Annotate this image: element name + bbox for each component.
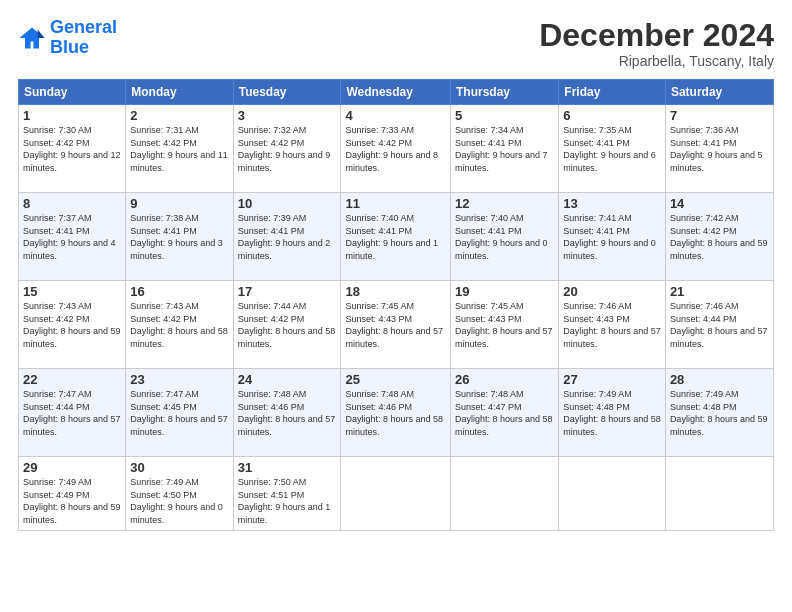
title-block: December 2024 Riparbella, Tuscany, Italy [539, 18, 774, 69]
col-saturday: Saturday [665, 80, 773, 105]
day-28: 28 Sunrise: 7:49 AMSunset: 4:48 PMDaylig… [665, 369, 773, 457]
col-tuesday: Tuesday [233, 80, 341, 105]
day-9: 9 Sunrise: 7:38 AMSunset: 4:41 PMDayligh… [126, 193, 233, 281]
col-wednesday: Wednesday [341, 80, 451, 105]
day-27: 27 Sunrise: 7:49 AMSunset: 4:48 PMDaylig… [559, 369, 666, 457]
day-22: 22 Sunrise: 7:47 AMSunset: 4:44 PMDaylig… [19, 369, 126, 457]
week-5: 29 Sunrise: 7:49 AMSunset: 4:49 PMDaylig… [19, 457, 774, 530]
day-15: 15 Sunrise: 7:43 AMSunset: 4:42 PMDaylig… [19, 281, 126, 369]
day-7: 7 Sunrise: 7:36 AMSunset: 4:41 PMDayligh… [665, 105, 773, 193]
col-thursday: Thursday [451, 80, 559, 105]
logo-text: General Blue [50, 18, 117, 58]
day-24: 24 Sunrise: 7:48 AMSunset: 4:46 PMDaylig… [233, 369, 341, 457]
week-1: 1 Sunrise: 7:30 AMSunset: 4:42 PMDayligh… [19, 105, 774, 193]
day-5: 5 Sunrise: 7:34 AMSunset: 4:41 PMDayligh… [451, 105, 559, 193]
day-10: 10 Sunrise: 7:39 AMSunset: 4:41 PMDaylig… [233, 193, 341, 281]
empty-4 [665, 457, 773, 530]
day-19: 19 Sunrise: 7:45 AMSunset: 4:43 PMDaylig… [451, 281, 559, 369]
day-31: 31 Sunrise: 7:50 AMSunset: 4:51 PMDaylig… [233, 457, 341, 530]
location: Riparbella, Tuscany, Italy [539, 53, 774, 69]
svg-marker-1 [38, 29, 45, 37]
logo-icon [18, 24, 46, 52]
logo-general: General [50, 17, 117, 37]
day-26: 26 Sunrise: 7:48 AMSunset: 4:47 PMDaylig… [451, 369, 559, 457]
day-8: 8 Sunrise: 7:37 AMSunset: 4:41 PMDayligh… [19, 193, 126, 281]
day-30: 30 Sunrise: 7:49 AMSunset: 4:50 PMDaylig… [126, 457, 233, 530]
day-23: 23 Sunrise: 7:47 AMSunset: 4:45 PMDaylig… [126, 369, 233, 457]
day-14: 14 Sunrise: 7:42 AMSunset: 4:42 PMDaylig… [665, 193, 773, 281]
day-3: 3 Sunrise: 7:32 AMSunset: 4:42 PMDayligh… [233, 105, 341, 193]
empty-1 [341, 457, 451, 530]
day-2: 2 Sunrise: 7:31 AMSunset: 4:42 PMDayligh… [126, 105, 233, 193]
day-12: 12 Sunrise: 7:40 AMSunset: 4:41 PMDaylig… [451, 193, 559, 281]
week-3: 15 Sunrise: 7:43 AMSunset: 4:42 PMDaylig… [19, 281, 774, 369]
logo-blue: Blue [50, 37, 89, 57]
col-monday: Monday [126, 80, 233, 105]
col-friday: Friday [559, 80, 666, 105]
calendar: Sunday Monday Tuesday Wednesday Thursday… [18, 79, 774, 530]
day-25: 25 Sunrise: 7:48 AMSunset: 4:46 PMDaylig… [341, 369, 451, 457]
day-6: 6 Sunrise: 7:35 AMSunset: 4:41 PMDayligh… [559, 105, 666, 193]
week-4: 22 Sunrise: 7:47 AMSunset: 4:44 PMDaylig… [19, 369, 774, 457]
month-title: December 2024 [539, 18, 774, 53]
col-sunday: Sunday [19, 80, 126, 105]
page: General Blue December 2024 Riparbella, T… [0, 0, 792, 612]
day-11: 11 Sunrise: 7:40 AMSunset: 4:41 PMDaylig… [341, 193, 451, 281]
day-17: 17 Sunrise: 7:44 AMSunset: 4:42 PMDaylig… [233, 281, 341, 369]
logo: General Blue [18, 18, 117, 58]
day-20: 20 Sunrise: 7:46 AMSunset: 4:43 PMDaylig… [559, 281, 666, 369]
day-1: 1 Sunrise: 7:30 AMSunset: 4:42 PMDayligh… [19, 105, 126, 193]
day-29: 29 Sunrise: 7:49 AMSunset: 4:49 PMDaylig… [19, 457, 126, 530]
empty-2 [451, 457, 559, 530]
day-21: 21 Sunrise: 7:46 AMSunset: 4:44 PMDaylig… [665, 281, 773, 369]
header-row: Sunday Monday Tuesday Wednesday Thursday… [19, 80, 774, 105]
day-4: 4 Sunrise: 7:33 AMSunset: 4:42 PMDayligh… [341, 105, 451, 193]
header: General Blue December 2024 Riparbella, T… [18, 18, 774, 69]
empty-3 [559, 457, 666, 530]
week-2: 8 Sunrise: 7:37 AMSunset: 4:41 PMDayligh… [19, 193, 774, 281]
day-13: 13 Sunrise: 7:41 AMSunset: 4:41 PMDaylig… [559, 193, 666, 281]
day-18: 18 Sunrise: 7:45 AMSunset: 4:43 PMDaylig… [341, 281, 451, 369]
day-16: 16 Sunrise: 7:43 AMSunset: 4:42 PMDaylig… [126, 281, 233, 369]
